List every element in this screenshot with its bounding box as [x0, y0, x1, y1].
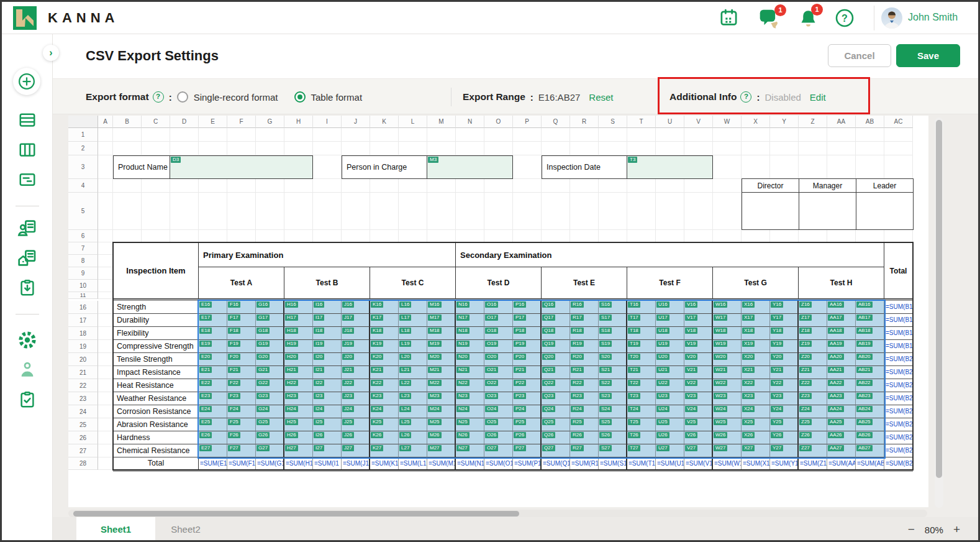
- sidebar-item-tasks[interactable]: [17, 390, 37, 410]
- tab-sheet2[interactable]: Sheet2: [155, 517, 216, 542]
- data-cell[interactable]: R26: [570, 431, 599, 444]
- col-total-formula-cell[interactable]: =SUM(R1: [570, 457, 599, 470]
- data-cell[interactable]: F18: [227, 327, 256, 340]
- data-cell[interactable]: X25: [742, 418, 770, 431]
- data-cell[interactable]: G23: [256, 392, 284, 405]
- data-cell[interactable]: M16: [427, 301, 456, 314]
- sidebar-item-settings[interactable]: [17, 330, 37, 350]
- data-cell[interactable]: F21: [227, 366, 256, 379]
- data-cell[interactable]: F24: [227, 405, 256, 418]
- data-cell[interactable]: H22: [284, 379, 313, 392]
- data-cell[interactable]: U25: [656, 418, 684, 431]
- data-cell[interactable]: E20: [199, 353, 227, 366]
- data-cell[interactable]: AA21: [827, 366, 856, 379]
- data-cell[interactable]: F20: [227, 353, 256, 366]
- data-cell[interactable]: O22: [484, 379, 513, 392]
- col-total-formula-cell[interactable]: =SUM(Y1: [770, 457, 799, 470]
- col-total-formula-cell[interactable]: =SUM(P1: [513, 457, 542, 470]
- data-cell[interactable]: X18: [742, 327, 770, 340]
- col-header[interactable]: V: [684, 116, 713, 128]
- data-cell[interactable]: Q24: [542, 405, 570, 418]
- data-cell[interactable]: AB20: [856, 353, 884, 366]
- kanna-logo-icon[interactable]: [13, 6, 37, 30]
- col-header[interactable]: AB: [856, 116, 884, 128]
- row-total-formula-cell[interactable]: =SUM(B22:: [884, 379, 913, 392]
- data-cell[interactable]: H24: [284, 405, 313, 418]
- approval-signature-cell[interactable]: [742, 192, 799, 230]
- data-cell[interactable]: Y23: [770, 392, 799, 405]
- data-cell[interactable]: F23: [227, 392, 256, 405]
- data-cell[interactable]: H27: [284, 444, 313, 457]
- data-cell[interactable]: R21: [570, 366, 599, 379]
- data-cell[interactable]: W18: [713, 327, 742, 340]
- col-header[interactable]: L: [399, 116, 427, 128]
- data-cell[interactable]: P27: [513, 444, 542, 457]
- data-cell[interactable]: N25: [456, 418, 484, 431]
- data-cell[interactable]: T20: [627, 353, 656, 366]
- data-cell[interactable]: U24: [656, 405, 684, 418]
- col-header[interactable]: Y: [770, 116, 799, 128]
- data-cell[interactable]: N23: [456, 392, 484, 405]
- data-cell[interactable]: V18: [684, 327, 713, 340]
- data-cell[interactable]: AA18: [827, 327, 856, 340]
- data-cell[interactable]: O16: [484, 301, 513, 314]
- data-cell[interactable]: S25: [599, 418, 627, 431]
- data-cell[interactable]: V27: [684, 444, 713, 457]
- data-cell[interactable]: Y17: [770, 314, 799, 327]
- data-cell[interactable]: AB24: [856, 405, 884, 418]
- data-cell[interactable]: E16: [199, 301, 227, 314]
- data-cell[interactable]: I23: [313, 392, 342, 405]
- col-total-formula-cell[interactable]: =SUM(X1: [742, 457, 770, 470]
- zoom-in-button[interactable]: +: [947, 523, 966, 536]
- data-cell[interactable]: U19: [656, 340, 684, 353]
- row-header[interactable]: 2: [68, 142, 98, 155]
- data-cell[interactable]: AA25: [827, 418, 856, 431]
- col-header[interactable]: P: [513, 116, 542, 128]
- data-cell[interactable]: Z25: [799, 418, 827, 431]
- data-cell[interactable]: E25: [199, 418, 227, 431]
- data-cell[interactable]: J16: [342, 301, 370, 314]
- data-cell[interactable]: W24: [713, 405, 742, 418]
- horizontal-scrollbar[interactable]: [68, 510, 927, 517]
- data-cell[interactable]: I21: [313, 366, 342, 379]
- data-cell[interactable]: H18: [284, 327, 313, 340]
- data-cell[interactable]: P19: [513, 340, 542, 353]
- data-cell[interactable]: E27: [199, 444, 227, 457]
- col-header[interactable]: N: [456, 116, 484, 128]
- data-cell[interactable]: V16: [684, 301, 713, 314]
- data-cell[interactable]: AB25: [856, 418, 884, 431]
- data-cell[interactable]: S17: [599, 314, 627, 327]
- col-header[interactable]: A: [98, 116, 113, 128]
- data-cell[interactable]: M24: [427, 405, 456, 418]
- data-cell[interactable]: I26: [313, 431, 342, 444]
- data-cell[interactable]: T21: [627, 366, 656, 379]
- data-cell[interactable]: K17: [370, 314, 399, 327]
- data-cell[interactable]: S26: [599, 431, 627, 444]
- sidebar-item-list-view[interactable]: [17, 110, 37, 130]
- data-cell[interactable]: X16: [742, 301, 770, 314]
- data-cell[interactable]: F22: [227, 379, 256, 392]
- data-cell[interactable]: R20: [570, 353, 599, 366]
- data-cell[interactable]: J27: [342, 444, 370, 457]
- data-cell[interactable]: N26: [456, 431, 484, 444]
- data-cell[interactable]: H21: [284, 366, 313, 379]
- zoom-out-button[interactable]: −: [902, 523, 921, 536]
- data-cell[interactable]: R23: [570, 392, 599, 405]
- row-total-formula-cell[interactable]: =SUM(B27:: [884, 444, 913, 457]
- data-cell[interactable]: Y16: [770, 301, 799, 314]
- data-cell[interactable]: AA27: [827, 444, 856, 457]
- data-cell[interactable]: Y27: [770, 444, 799, 457]
- col-header[interactable]: C: [142, 116, 170, 128]
- data-cell[interactable]: F19: [227, 340, 256, 353]
- data-cell[interactable]: S21: [599, 366, 627, 379]
- data-cell[interactable]: H17: [284, 314, 313, 327]
- data-cell[interactable]: W16: [713, 301, 742, 314]
- data-cell[interactable]: F16: [227, 301, 256, 314]
- data-cell[interactable]: O25: [484, 418, 513, 431]
- data-cell[interactable]: AA26: [827, 431, 856, 444]
- data-cell[interactable]: K18: [370, 327, 399, 340]
- data-cell[interactable]: G22: [256, 379, 284, 392]
- data-cell[interactable]: K21: [370, 366, 399, 379]
- data-cell[interactable]: T27: [627, 444, 656, 457]
- row-header[interactable]: 3: [68, 155, 98, 179]
